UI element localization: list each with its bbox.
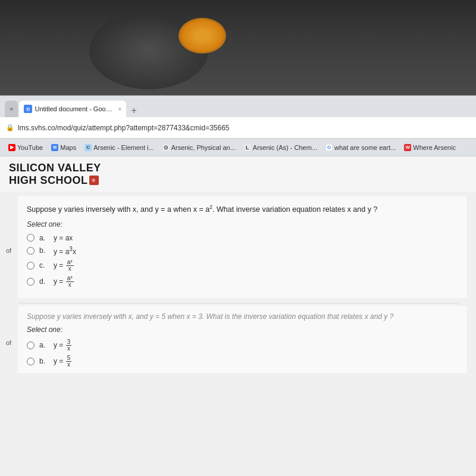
question-2-text: Suppose y varies inversely with x, and y… [27, 312, 458, 322]
lock-icon: 🔒 [6, 124, 14, 131]
school-header: SILICON VALLEY HIGH SCHOOL ® [0, 156, 476, 192]
bookmark-where-label: Where Arsenic [413, 144, 456, 151]
radio-1d[interactable] [27, 278, 35, 286]
where-favicon: W [404, 144, 411, 151]
bookmark-where[interactable]: W Where Arsenic [400, 143, 459, 152]
youtube-favicon: ▶ [8, 144, 15, 151]
desk-background [0, 0, 476, 95]
tab-bar: × D Untitled document - Google Doc × + [0, 96, 476, 117]
address-bar: 🔒 lms.svhs.co/mod/quiz/attempt.php?attem… [0, 117, 476, 139]
maps-favicon: M [51, 144, 58, 151]
tab-close-x[interactable]: × [5, 101, 18, 117]
radio-1a[interactable] [27, 234, 35, 242]
option-1d-text: y = a³x [54, 275, 74, 288]
option-2a-letter: a. [39, 341, 49, 349]
arsenic-elem-favicon: C [84, 144, 92, 151]
option-1d[interactable]: d. y = a³x [27, 274, 458, 290]
of-label-1: of [6, 247, 11, 254]
radio-2b[interactable] [27, 358, 35, 365]
bookmark-maps-label: Maps [60, 144, 76, 151]
new-tab-button[interactable]: + [127, 105, 140, 116]
fraction-2b: 5x [66, 355, 72, 368]
bookmark-youtube[interactable]: ▶ YouTube [5, 143, 46, 152]
fraction-2a: 3x [66, 339, 72, 352]
bookmark-arsenic-elem-label: Arsenic - Element i... [93, 144, 154, 151]
tab-gdoc[interactable]: D Untitled document - Google Doc × [19, 101, 126, 117]
bookmark-arsenic-chem-label: Arsenic (As) - Chem... [253, 144, 317, 151]
option-1b[interactable]: b. y = a3x [27, 244, 458, 258]
radio-1b[interactable] [27, 247, 35, 255]
divider [18, 303, 458, 303]
option-2b[interactable]: b. y = 5x [27, 353, 458, 369]
quiz-container: SILICON VALLEY HIGH SCHOOL ® of Suppose … [0, 156, 476, 476]
address-text[interactable]: lms.svhs.co/mod/quiz/attempt.php?attempt… [18, 124, 470, 132]
bookmark-arsenic-elem[interactable]: C Arsenic - Element i... [81, 143, 157, 152]
option-1d-letter: d. [39, 277, 49, 286]
options-list-2: a. y = 3x b. y = 5x [27, 337, 458, 369]
option-2a[interactable]: a. y = 3x [27, 337, 458, 353]
question-2-block: of Suppose y varies inversely with x, an… [18, 306, 467, 373]
bookmark-arsenic-phys[interactable]: ⊙ Arsenic, Physical an... [159, 143, 239, 152]
select-one-label-2: Select one: [27, 325, 458, 334]
question-1-block: of Suppose y varies inversely with x, an… [18, 196, 467, 298]
school-name-line2: HIGH SCHOOL ® [9, 174, 467, 187]
fraction-1d: a³x [66, 275, 74, 288]
arsenic-phys-favicon: ⊙ [162, 144, 170, 151]
option-1b-letter: b. [39, 246, 49, 255]
page-content: SILICON VALLEY HIGH SCHOOL ® of Suppose … [0, 156, 476, 476]
bookmark-maps[interactable]: M Maps [48, 143, 80, 152]
option-1a-text: y = ax [54, 234, 73, 242]
fraction-1c: a²x [66, 259, 74, 272]
arsenic-chem-favicon: L [244, 144, 251, 151]
option-1a[interactable]: a. y = ax [27, 232, 458, 244]
tab-gdoc-label: Untitled document - Google Doc [35, 105, 113, 112]
gdoc-favicon: D [24, 105, 32, 113]
bookmark-arsenic-phys-label: Arsenic, Physical an... [171, 144, 236, 151]
bookmark-arsenic-chem[interactable]: L Arsenic (As) - Chem... [240, 143, 321, 152]
school-name-line1: SILICON VALLEY [9, 162, 467, 174]
select-one-label-1: Select one: [27, 220, 458, 228]
option-2b-text: y = 5x [54, 355, 72, 368]
option-1a-letter: a. [39, 234, 49, 242]
option-1c-text: y = a²x [54, 259, 74, 272]
option-1c-letter: c. [39, 261, 49, 270]
bookmark-google[interactable]: G what are some eart... [322, 143, 399, 152]
question-1-text: Suppose y varies inversely with x, and y… [27, 203, 458, 215]
bookmark-youtube-label: YouTube [17, 144, 43, 151]
option-2b-letter: b. [39, 357, 49, 365]
bookmarks-bar: ▶ YouTube M Maps C Arsenic - Element i..… [0, 139, 476, 156]
tab-close-x-label: × [10, 105, 13, 112]
option-1c[interactable]: c. y = a²x [27, 258, 458, 274]
browser-chrome: × D Untitled document - Google Doc × + 🔒… [0, 95, 476, 156]
radio-2a[interactable] [27, 342, 35, 349]
option-1b-text: y = a3x [54, 246, 76, 256]
options-list-1: a. y = ax b. y = a3x c. y = a²x [27, 232, 458, 290]
school-logo: ® [89, 176, 99, 185]
radio-1c[interactable] [27, 262, 35, 270]
bookmark-google-label: what are some eart... [334, 144, 396, 151]
google-favicon: G [325, 144, 333, 151]
of-label-2: of [6, 339, 11, 346]
option-2a-text: y = 3x [54, 339, 72, 352]
tab-gdoc-close[interactable]: × [118, 106, 122, 112]
